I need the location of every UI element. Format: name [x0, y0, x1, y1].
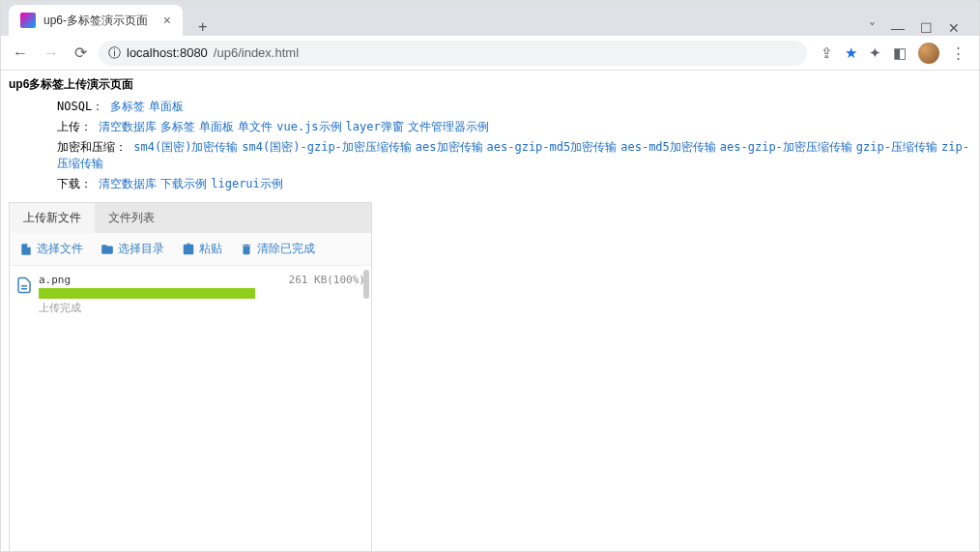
nav-link[interactable]: gzip-压缩传输 [856, 140, 937, 154]
nav-link[interactable]: ligerui示例 [211, 177, 283, 190]
info-icon[interactable]: ⓘ [108, 44, 121, 62]
toolbar-item-label: 选择文件 [37, 241, 83, 257]
nav-link[interactable]: 单文件 [238, 120, 273, 133]
star-icon[interactable]: ★ [845, 44, 857, 62]
chevron-down-icon[interactable]: ˅ [869, 20, 876, 36]
page-content: up6多标签上传演示页面 NOSQL： 多标签单面板上传： 清空数据库多标签单面… [1, 71, 979, 551]
row-label: 下载： [57, 177, 99, 190]
clear-button[interactable]: 清除已完成 [240, 241, 315, 257]
panel-tab[interactable]: 上传新文件 [10, 203, 95, 233]
row-label: 上传： [57, 120, 99, 133]
close-window-icon[interactable]: ✕ [948, 20, 960, 36]
close-icon[interactable]: × [163, 13, 171, 28]
row-label: NOSQL： [57, 100, 110, 113]
back-icon[interactable]: ← [9, 41, 32, 66]
link-row: NOSQL： 多标签单面板 [57, 99, 971, 115]
page-title: up6多标签上传演示页面 [9, 76, 971, 93]
link-row: 下载： 清空数据库下载示例ligerui示例 [57, 176, 971, 192]
link-section: NOSQL： 多标签单面板上传： 清空数据库多标签单面板单文件vue.js示例l… [9, 99, 971, 192]
nav-link[interactable]: 文件管理器示例 [408, 120, 489, 133]
nav-link[interactable]: 多标签 [160, 120, 195, 133]
reload-icon[interactable]: ⟳ [71, 40, 91, 66]
file-icon [15, 275, 33, 296]
extensions-icon[interactable]: ✦ [869, 44, 881, 62]
row-label: 加密和压缩： [57, 140, 133, 154]
window-controls: ˅ — ☐ ✕ [857, 20, 971, 36]
browser-tab[interactable]: up6-多标签演示页面 × [9, 5, 183, 36]
nav-link[interactable]: 清空数据库 [99, 120, 157, 133]
address-bar[interactable]: ⓘ localhost:8080/up6/index.html [99, 41, 807, 66]
maximize-icon[interactable]: ☐ [920, 20, 933, 36]
nav-link[interactable]: 清空数据库 [99, 177, 157, 190]
scrollbar[interactable] [363, 270, 369, 299]
panel-toolbar: 选择文件选择目录粘贴清除已完成 [10, 233, 371, 266]
new-tab-button[interactable]: + [190, 18, 215, 36]
file-name: a.png [39, 274, 71, 286]
url-path: /up6/index.html [214, 45, 299, 60]
file-status: 上传完成 [39, 301, 365, 315]
file-button[interactable]: 选择文件 [19, 241, 83, 257]
nav-link[interactable]: 单面板 [149, 100, 184, 113]
link-row: 加密和压缩： sm4(国密)加密传输sm4(国密)-gzip-加密压缩传输aes… [57, 139, 971, 172]
menu-icon[interactable]: ⋮ [951, 44, 966, 62]
toolbar-item-label: 粘贴 [199, 241, 222, 257]
nav-link[interactable]: aes-gzip-加密压缩传输 [720, 140, 852, 154]
link-row: 上传： 清空数据库多标签单面板单文件vue.js示例layer弹窗文件管理器示例 [57, 119, 971, 135]
upload-panel: 上传新文件文件列表 选择文件选择目录粘贴清除已完成 a.png261 KB(10… [9, 202, 372, 551]
nav-link[interactable]: aes-gzip-md5加密传输 [487, 140, 618, 154]
file-icon [19, 243, 33, 256]
nav-link[interactable]: 下载示例 [160, 177, 207, 190]
url-host: localhost [127, 45, 176, 60]
nav-link[interactable]: aes-md5加密传输 [620, 140, 716, 154]
panel-tab[interactable]: 文件列表 [95, 203, 168, 233]
file-size: 261 KB(100%) [289, 274, 365, 286]
nav-link[interactable]: 多标签 [110, 100, 145, 113]
file-row: a.png261 KB(100%)上传完成 [15, 272, 365, 317]
nav-link[interactable]: 单面板 [199, 120, 234, 133]
clear-icon [240, 243, 253, 256]
browser-tab-bar: up6-多标签演示页面 × + ˅ — ☐ ✕ [1, 1, 979, 36]
panel-tabs: 上传新文件文件列表 [10, 203, 371, 233]
nav-link[interactable]: layer弹窗 [346, 120, 404, 133]
tab-title: up6-多标签演示页面 [43, 13, 148, 29]
nav-link[interactable]: sm4(国密)-gzip-加密压缩传输 [242, 140, 411, 154]
toolbar-item-label: 选择目录 [118, 241, 164, 257]
forward-icon[interactable]: → [40, 41, 63, 66]
nav-link[interactable]: sm4(国密)加密传输 [133, 140, 238, 154]
paste-icon [182, 243, 195, 256]
nav-link[interactable]: aes加密传输 [416, 140, 483, 154]
url-port: :8080 [176, 45, 208, 60]
file-list: a.png261 KB(100%)上传完成 [10, 266, 371, 551]
toolbar-item-label: 清除已完成 [257, 241, 315, 257]
folder-button[interactable]: 选择目录 [101, 241, 164, 257]
minimize-icon[interactable]: — [891, 20, 905, 36]
paste-button[interactable]: 粘贴 [182, 241, 222, 257]
folder-icon [101, 243, 114, 256]
share-icon[interactable]: ⇪ [821, 44, 833, 62]
nav-link[interactable]: vue.js示例 [276, 120, 341, 133]
sidepanel-icon[interactable]: ◧ [893, 44, 907, 62]
avatar[interactable] [918, 43, 939, 64]
tab-favicon [20, 13, 36, 28]
browser-toolbar: ← → ⟳ ⓘ localhost:8080/up6/index.html ⇪ … [1, 36, 979, 71]
progress-bar [39, 288, 255, 299]
